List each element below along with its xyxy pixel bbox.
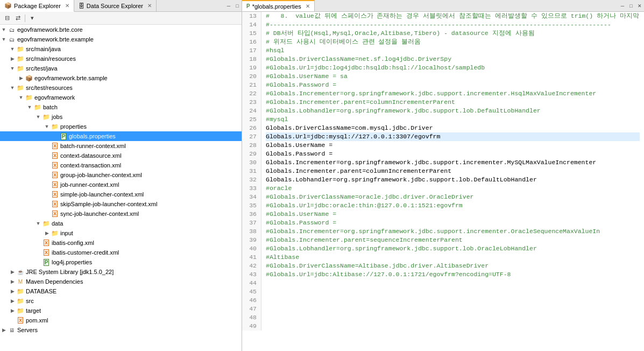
code-line: #Globals.UserName = sa bbox=[266, 72, 640, 81]
tree-label: jobs bbox=[52, 114, 62, 120]
line-number: 34 bbox=[244, 193, 257, 201]
tree-toggle[interactable]: ▼ bbox=[34, 113, 42, 121]
tree-item[interactable]: ▶🖥Servers bbox=[0, 325, 242, 335]
tree-item[interactable]: XskipSample-job-launcher-context.xml bbox=[0, 199, 242, 209]
tree-label: src/test/java bbox=[26, 65, 58, 72]
tree-icon: ☕ bbox=[16, 268, 25, 276]
editor-maximize-btn[interactable]: □ bbox=[627, 0, 635, 12]
tab-data-source-close[interactable]: ✕ bbox=[147, 3, 152, 9]
tree-toggle[interactable]: ▼ bbox=[0, 26, 8, 33]
menu-btn[interactable]: ▾ bbox=[27, 13, 37, 23]
tree-item[interactable]: ▶☕JRE System Library [jdk1.5.0_22] bbox=[0, 267, 242, 277]
tab-package-explorer[interactable]: 📦 Package Explorer ✕ bbox=[0, 0, 74, 12]
tree-toggle[interactable]: ▶ bbox=[17, 74, 25, 82]
tree-item[interactable]: Xsync-job-launcher-context.xml bbox=[0, 209, 242, 219]
tree-toggle[interactable] bbox=[43, 191, 51, 198]
tree-item[interactable]: Xibatis-config.xml bbox=[0, 238, 242, 248]
tree-toggle[interactable]: ▶ bbox=[9, 55, 16, 62]
tree-item[interactable]: ▼🗂egovframework.brte.example bbox=[0, 34, 242, 44]
tab-package-explorer-close[interactable]: ✕ bbox=[65, 3, 69, 9]
tree-toggle[interactable] bbox=[43, 162, 51, 169]
tree-container[interactable]: ▼🗂egovframework.brte.core▼🗂egovframework… bbox=[0, 25, 242, 351]
tree-toggle[interactable]: ▼ bbox=[34, 220, 42, 227]
editor-content[interactable]: 1314151617181920212223242526272829303132… bbox=[242, 12, 644, 351]
tree-toggle[interactable]: ▼ bbox=[43, 123, 51, 130]
tree-toggle[interactable]: ▶ bbox=[9, 287, 16, 295]
tree-item[interactable]: Xsimple-job-launcher-context.xml bbox=[0, 189, 242, 199]
tree-item[interactable]: ▶📁src bbox=[0, 296, 242, 306]
tree-label: sync-job-launcher-context.xml bbox=[60, 210, 139, 217]
tab-data-source-explorer[interactable]: 🗄 Data Source Explorer ✕ bbox=[74, 0, 157, 11]
tree-icon: X bbox=[51, 180, 59, 189]
line-number: 21 bbox=[244, 81, 257, 89]
link-editor-btn[interactable]: ⇄ bbox=[13, 13, 23, 23]
tree-item[interactable]: ▶📁DATABASE bbox=[0, 286, 242, 296]
tree-toggle[interactable] bbox=[34, 239, 42, 247]
tree-toggle[interactable] bbox=[43, 181, 51, 188]
tree-item[interactable]: ▼📁egovframework bbox=[0, 93, 242, 102]
tree-toggle[interactable]: ▼ bbox=[9, 45, 16, 53]
code-content[interactable]: # 8. value값 뒤에 스페이스가 존재하는 경우 서블릿에서 참조할때는… bbox=[261, 12, 644, 331]
tree-toggle[interactable] bbox=[9, 317, 16, 324]
tree-item[interactable]: ▶📁target bbox=[0, 306, 242, 315]
tree-icon: 📦 bbox=[25, 74, 33, 82]
tree-item[interactable]: ▶MMaven Dependencies bbox=[0, 277, 242, 286]
tree-item[interactable]: ▼🗂egovframework.brte.core bbox=[0, 25, 242, 34]
tree-label: ibatis-config.xml bbox=[52, 240, 94, 246]
tree-label: batch bbox=[43, 104, 58, 110]
tree-toggle[interactable] bbox=[43, 200, 51, 208]
tree-toggle[interactable]: ▶ bbox=[9, 297, 16, 305]
tree-item[interactable]: Xpom.xml bbox=[0, 315, 242, 325]
tree-toggle[interactable]: ▶ bbox=[43, 229, 51, 237]
tree-toggle[interactable]: ▶ bbox=[9, 268, 16, 276]
tree-toggle[interactable]: ▼ bbox=[0, 36, 8, 43]
tree-toggle[interactable] bbox=[52, 132, 59, 140]
tree-toggle[interactable] bbox=[43, 142, 51, 150]
tab-globals-properties[interactable]: P *globals.properties ✕ bbox=[242, 0, 315, 11]
collapse-all-btn[interactable]: ⊟ bbox=[2, 13, 12, 23]
tree-toggle[interactable] bbox=[43, 171, 51, 179]
tree-item[interactable]: Xibatis-customer-credit.xml bbox=[0, 248, 242, 257]
tree-item[interactable]: ▶📁input bbox=[0, 228, 242, 238]
tree-item[interactable]: ▼📁src/test/resources bbox=[0, 83, 242, 93]
tab-package-explorer-label: Package Explorer bbox=[14, 3, 61, 9]
tree-item[interactable]: ▼📁src/test/java bbox=[0, 64, 242, 73]
tree-item[interactable]: Xgroup-job-launcher-context.xml bbox=[0, 170, 242, 180]
tree-icon: 📁 bbox=[33, 103, 42, 111]
tree-item[interactable]: Xjob-runner-context.xml bbox=[0, 180, 242, 189]
tree-item[interactable]: ▶📁src/main/resources bbox=[0, 54, 242, 64]
tree-toggle[interactable]: ▶ bbox=[9, 307, 16, 314]
tree-toggle[interactable]: ▶ bbox=[9, 278, 16, 285]
tree-toggle[interactable] bbox=[34, 258, 42, 266]
editor-minimize-btn[interactable]: ─ bbox=[618, 0, 627, 12]
panel-maximize-btn[interactable]: □ bbox=[233, 0, 242, 12]
code-line: #Globals.Url=jdbc:oracle:thin:@127.0.0.1… bbox=[266, 201, 640, 210]
tree-toggle[interactable]: ▼ bbox=[17, 94, 25, 101]
editor-close-btn[interactable]: ✕ bbox=[635, 0, 644, 12]
tree-toggle[interactable] bbox=[34, 249, 42, 256]
tree-item[interactable]: ▼📁src/main/java bbox=[0, 44, 242, 54]
tab-globals-close[interactable]: ✕ bbox=[306, 3, 310, 9]
tree-item[interactable]: ▼📁batch bbox=[0, 102, 242, 112]
tree-toggle[interactable] bbox=[43, 152, 51, 159]
tree-toggle[interactable]: ▶ bbox=[0, 326, 8, 334]
tree-toggle[interactable] bbox=[43, 210, 51, 217]
tree-item[interactable]: Xbatch-runner-context.xml bbox=[0, 141, 242, 151]
code-line: #mysql bbox=[266, 115, 640, 124]
tree-toggle[interactable]: ▼ bbox=[9, 65, 16, 72]
panel-minimize-btn[interactable]: ─ bbox=[224, 0, 233, 12]
tree-item[interactable]: ▼📁data bbox=[0, 219, 242, 228]
code-line: Globals.Incrementer.parent=columnIncreme… bbox=[266, 167, 640, 176]
tree-item[interactable]: ▼📁properties bbox=[0, 122, 242, 131]
tree-item[interactable]: Pglobals.properties bbox=[0, 131, 242, 141]
line-number: 42 bbox=[244, 262, 257, 270]
tree-item[interactable]: Xcontext-transaction.xml bbox=[0, 160, 242, 170]
tree-item[interactable]: ▼📁jobs bbox=[0, 112, 242, 122]
tree-toggle[interactable]: ▼ bbox=[9, 84, 16, 92]
tree-item[interactable]: Plog4j.properties bbox=[0, 257, 242, 267]
tree-item[interactable]: ▶📦egovframework.brte.sample bbox=[0, 73, 242, 83]
tree-toggle[interactable]: ▼ bbox=[26, 103, 33, 111]
tree-label: properties bbox=[60, 123, 87, 130]
code-line: # 8. value값 뒤에 스페이스가 존재하는 경우 서블릿에서 참조할때는… bbox=[266, 12, 640, 20]
tree-item[interactable]: Xcontext-datasource.xml bbox=[0, 151, 242, 160]
